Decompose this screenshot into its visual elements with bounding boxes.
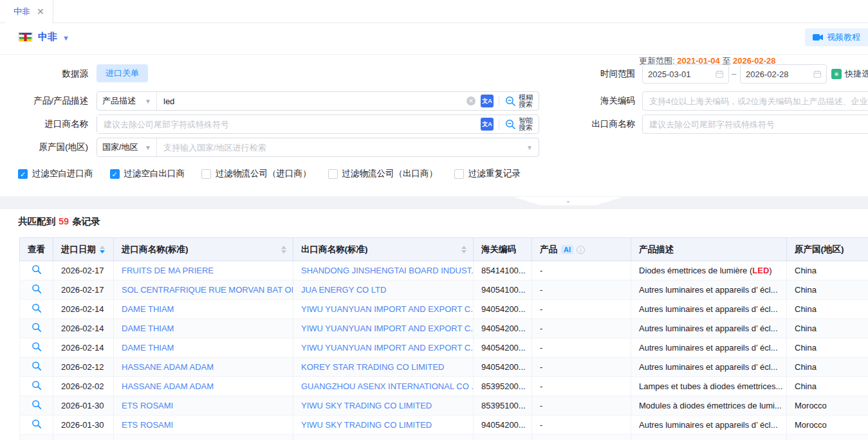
description-cell: Autres luminaires et appareils d’ écl... xyxy=(631,319,787,338)
origin-cell: China xyxy=(787,377,868,396)
smart-search-line2: 搜索 xyxy=(519,124,533,131)
info-icon[interactable]: i xyxy=(577,246,585,254)
quick-select-icon: ✳ xyxy=(831,69,842,79)
importer-link[interactable]: HASSANE ADAM ADAM xyxy=(114,358,293,377)
col-product: 产品AIi xyxy=(532,238,631,261)
col-description: 产品描述 xyxy=(631,238,787,261)
exporter-link[interactable]: KOREY STAR TRADING CO LIMITED xyxy=(293,358,474,377)
hs-code-input[interactable] xyxy=(642,91,868,111)
sort-asc-icon[interactable] xyxy=(281,246,286,249)
description-cell: Autres luminaires et appareils d’ écl... xyxy=(631,338,787,358)
quick-select-button[interactable]: ✳ 快捷选择 xyxy=(831,64,868,84)
exporter-input[interactable] xyxy=(642,115,868,134)
view-detail-magnifier-icon[interactable] xyxy=(32,284,42,296)
end-date-input[interactable] xyxy=(746,69,813,79)
data-source-label: 数据源 xyxy=(0,64,88,84)
origin-country-input[interactable] xyxy=(157,138,526,156)
col-import-date-label: 进口日期 xyxy=(61,244,96,255)
col-importer[interactable]: 进口商名称(标准) xyxy=(114,238,293,261)
importer-input[interactable] xyxy=(97,115,481,133)
translate-icon[interactable]: 文A xyxy=(481,118,494,131)
sort-desc-icon[interactable] xyxy=(100,250,105,253)
filter-checkbox[interactable]: 过滤重复记录 xyxy=(454,168,521,179)
sort-asc-icon[interactable] xyxy=(461,246,466,249)
importer-link[interactable]: ETS ROSAMI xyxy=(114,396,293,416)
region-selector[interactable]: ★ 中非 ▼ xyxy=(18,31,69,43)
filter-checkbox[interactable]: ✓过滤空白进口商 xyxy=(18,168,93,179)
clear-input-icon[interactable]: ✕ xyxy=(466,96,476,105)
start-date-input[interactable] xyxy=(648,69,716,79)
col-exporter[interactable]: 出口商名称(标准) xyxy=(293,238,474,261)
checkbox-icon[interactable] xyxy=(454,169,464,179)
exporter-link[interactable]: SHANDONG JINSHENGTAI BOARD INDUST... xyxy=(293,261,474,280)
exporter-link[interactable]: YIWU SKY TRADING CO LIMITED xyxy=(293,396,474,416)
importer-link[interactable] xyxy=(114,435,293,440)
start-date-picker[interactable] xyxy=(642,64,729,84)
importer-link[interactable]: ETS ROSAMI xyxy=(114,416,293,435)
data-source-import-declaration-chip[interactable]: 进口关单 xyxy=(97,64,148,82)
filter-checkbox[interactable]: 过滤物流公司（进口商） xyxy=(201,168,311,179)
product-search-input[interactable] xyxy=(157,92,466,110)
view-cell xyxy=(20,338,53,358)
exporter-link[interactable]: GUANGZHOU ASENX INTERNATIONAL CO ... xyxy=(293,377,474,396)
translate-icon[interactable]: 文A xyxy=(481,95,494,107)
product-cell: - xyxy=(532,358,631,377)
importer-link[interactable]: FRUITS DE MA PRIERE xyxy=(114,261,293,280)
summary-suffix: 条记录 xyxy=(72,216,100,226)
view-detail-magnifier-icon[interactable] xyxy=(32,399,42,412)
exporter-link[interactable]: YIWU SKY TRADING CO LIMITED xyxy=(293,416,474,435)
import-date-cell xyxy=(53,435,114,440)
importer-link[interactable]: HASSANE ADAM ADAM xyxy=(114,377,293,396)
filter-checkbox[interactable]: 过滤物流公司（出口商） xyxy=(328,168,438,179)
fuzzy-search-button[interactable]: 模糊搜索 xyxy=(499,92,539,110)
exporter-link[interactable] xyxy=(293,435,474,440)
checkbox-icon[interactable]: ✓ xyxy=(18,169,28,179)
product-cell: - xyxy=(532,396,631,416)
import-date-cell: 2026-02-14 xyxy=(53,300,114,319)
table-row: 2026-01-30ETS ROSAMIYIWU SKY TRADING CO … xyxy=(20,396,868,416)
col-import-date[interactable]: 进口日期 xyxy=(53,238,114,261)
origin-type-select[interactable]: 国家/地区 ▼ xyxy=(97,138,157,156)
import-date-cell: 2026-01-30 xyxy=(53,396,114,416)
video-tutorial-button[interactable]: 视频教程 xyxy=(805,28,868,46)
exporter-link[interactable]: YIWU YUANYUAN IMPORT AND EXPORT C... xyxy=(293,300,474,319)
view-detail-magnifier-icon[interactable] xyxy=(32,303,42,315)
table-row: 2026-02-12HASSANE ADAM ADAMKOREY STAR TR… xyxy=(20,358,868,377)
end-date-picker[interactable] xyxy=(740,64,827,84)
checkbox-icon[interactable] xyxy=(328,169,338,179)
sort-control[interactable] xyxy=(281,246,286,253)
view-detail-magnifier-icon[interactable] xyxy=(32,380,42,392)
tab-zhongfei[interactable]: 中非 ✕ xyxy=(5,0,53,23)
exporter-link[interactable]: YIWU YUANYUAN IMPORT AND EXPORT C... xyxy=(293,338,474,358)
checkbox-icon[interactable]: ✓ xyxy=(110,169,120,179)
product-field-select[interactable]: 产品描述 ▼ xyxy=(97,92,157,110)
sort-desc-icon[interactable] xyxy=(461,250,466,253)
close-icon[interactable]: ✕ xyxy=(37,7,44,16)
sort-asc-icon[interactable] xyxy=(100,246,105,249)
collapse-form-handle[interactable]: ⌄ xyxy=(513,197,623,205)
exporter-link[interactable]: JUA ENERGY CO LTD xyxy=(293,280,474,300)
importer-link[interactable]: DAME THIAM xyxy=(114,300,293,319)
summary-prefix: 共匹配到 xyxy=(18,216,55,226)
view-detail-magnifier-icon[interactable] xyxy=(32,361,42,373)
importer-link[interactable]: DAME THIAM xyxy=(114,338,293,358)
importer-link[interactable]: DAME THIAM xyxy=(114,319,293,338)
filter-checkboxes: ✓过滤空白进口商✓过滤空白出口商过滤物流公司（进口商）过滤物流公司（出口商）过滤… xyxy=(18,168,521,179)
view-detail-magnifier-icon[interactable] xyxy=(32,264,42,277)
smart-search-line1: 智能 xyxy=(519,116,533,124)
sort-desc-icon[interactable] xyxy=(281,250,286,253)
description-cell: Autres luminaires et appareils d’ écl... xyxy=(631,280,787,300)
importer-link[interactable]: SOL CENTRAFRIQUE RUE MORVAN BAT OF... xyxy=(114,280,293,300)
sort-control[interactable] xyxy=(461,246,466,253)
sort-control[interactable] xyxy=(100,246,105,253)
view-detail-magnifier-icon[interactable] xyxy=(32,419,42,431)
view-detail-magnifier-icon[interactable] xyxy=(32,342,42,354)
checkbox-icon[interactable] xyxy=(201,169,211,179)
exporter-link[interactable]: YIWU YUANYUAN IMPORT AND EXPORT C... xyxy=(293,319,474,338)
results-table: 查看 进口日期 进口商名称(标准) 出口商名称(标准) 海关编码 产品AIi xyxy=(19,237,868,440)
filter-checkbox[interactable]: ✓过滤空白出口商 xyxy=(110,168,185,179)
results-count: 59 xyxy=(59,216,69,226)
time-range-label: 时间范围 xyxy=(547,64,635,84)
smart-search-button[interactable]: 智能搜索 xyxy=(499,115,539,133)
view-detail-magnifier-icon[interactable] xyxy=(32,322,42,335)
